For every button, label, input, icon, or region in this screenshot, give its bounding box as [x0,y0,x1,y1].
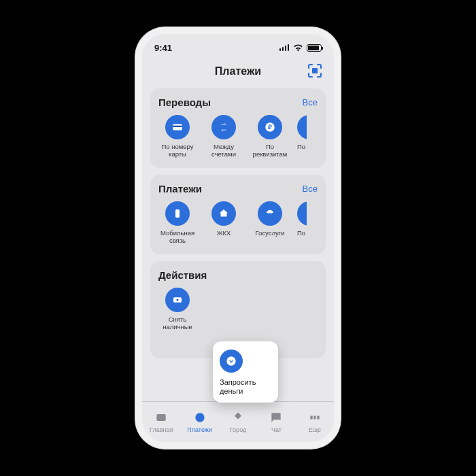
transfer-by-card-number[interactable]: По номеру карты [158,115,197,158]
cash-icon [165,288,190,312]
svg-rect-11 [310,416,312,420]
svg-rect-5 [175,209,180,218]
transfer-item-peek[interactable]: По [297,115,307,158]
transfers-card: Переводы Все По номеру карты Между счета… [150,88,326,168]
payment-utilities[interactable]: ЖКХ [205,201,243,245]
app-header: Платежи [142,57,334,86]
payments-row[interactable]: Мобильная связь ЖКХ Госуслуги По [158,201,318,245]
eagle-icon [258,201,282,226]
svg-point-8 [226,356,235,365]
payments-card: Платежи Все Мобильная связь ЖКХ Госуслуг… [150,175,326,254]
payments-all-button[interactable]: Все [303,184,318,194]
cellular-signal-icon [279,44,290,51]
transfer-by-details[interactable]: ₽ По реквизитам [251,115,289,158]
svg-rect-0 [312,68,318,73]
transfers-row[interactable]: По номеру карты Между счетами ₽ По рекви… [158,115,318,158]
action-request-money-label: Запросить деньги [220,378,271,396]
battery-icon [307,44,322,52]
more-icon [297,115,307,139]
swap-icon [211,115,236,139]
status-bar: 9:41 [142,34,334,57]
svg-rect-12 [313,416,316,420]
download-arrow-icon [220,350,243,373]
payment-gov-services[interactable]: Госуслуги [251,201,289,245]
card-icon [165,115,190,139]
wifi-icon [293,44,303,52]
more-icon [297,201,307,226]
tab-bar: Главная Платежи Город Чат Еще [142,401,334,442]
svg-rect-2 [173,126,182,127]
status-time: 9:41 [154,43,172,53]
tab-chat[interactable]: Чат [257,402,295,442]
page-title: Платежи [215,65,261,78]
phone-frame: 9:41 Платежи Переводы Все [135,27,341,449]
svg-rect-9 [157,414,166,421]
tab-payments[interactable]: Платежи [180,402,218,442]
actions-title: Действия [158,269,207,281]
transfers-all-button[interactable]: Все [303,97,318,107]
actions-row[interactable]: Снять наличные [158,288,318,331]
svg-rect-13 [317,416,319,420]
ruble-icon: ₽ [258,115,282,139]
transfers-title: Переводы [158,97,211,108]
payments-title: Платежи [158,183,202,194]
payment-item-peek[interactable]: По [297,201,307,245]
status-indicators [279,44,322,52]
svg-point-7 [177,299,179,301]
tab-home[interactable]: Главная [142,402,180,442]
home-icon [211,201,236,226]
tab-city[interactable]: Город [219,402,257,442]
payment-mobile[interactable]: Мобильная связь [158,201,197,245]
svg-point-10 [195,413,204,422]
svg-text:₽: ₽ [268,124,272,131]
action-request-money[interactable]: Запросить деньги [213,341,278,403]
qr-scan-button[interactable] [307,63,323,79]
tab-more[interactable]: Еще [296,402,334,442]
phone-icon [165,201,190,226]
action-withdraw-cash[interactable]: Снять наличные [158,288,197,331]
transfer-between-accounts[interactable]: Между счетами [205,115,243,158]
